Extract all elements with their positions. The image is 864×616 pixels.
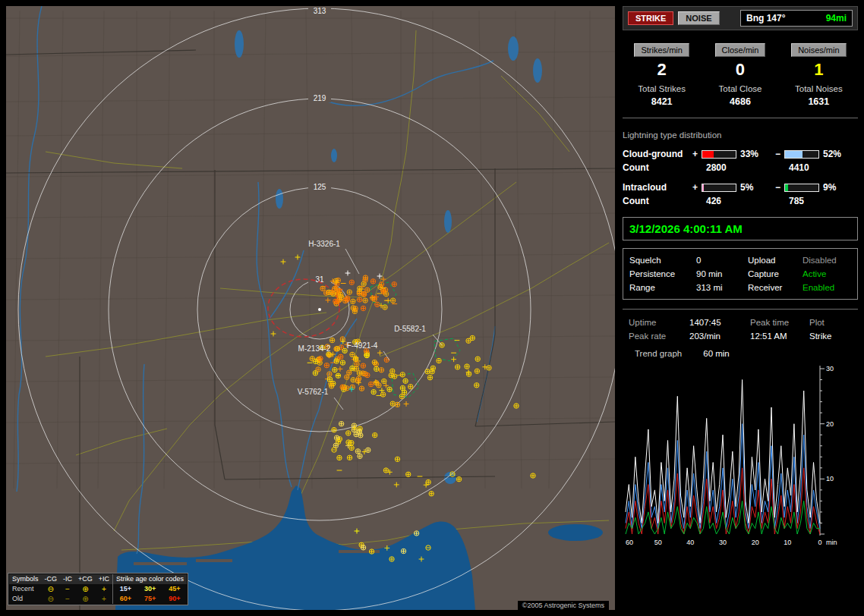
cg-count-row: Count 2800 4410 bbox=[623, 162, 858, 173]
total-strikes-value: 8421 bbox=[623, 96, 701, 107]
map-canvas[interactable]: 31321912531 H-3326-1D-5582-1M-2134-2F-49… bbox=[6, 6, 615, 610]
stats-row: Peak rate 203/min 12:51 AM Strike bbox=[629, 329, 852, 343]
uptime-stats-box: Uptime 1407:45 Peak time Plot Peak rate … bbox=[623, 309, 858, 360]
close-per-min-button[interactable]: Close/min bbox=[715, 43, 766, 57]
age-60: 60+ bbox=[113, 594, 138, 604]
trend-window-value: 60 min bbox=[703, 349, 730, 358]
cg-positive-pct: 33% bbox=[740, 149, 758, 159]
status-row: Squelch 0 Upload Disabled bbox=[629, 253, 851, 267]
coastal-bay bbox=[548, 524, 603, 541]
bearing-distance: 94mi bbox=[826, 13, 847, 24]
legend-col-pos-cg: +CG bbox=[75, 574, 96, 584]
cg-count-label: Count bbox=[623, 162, 692, 173]
noises-per-min-value: 1 bbox=[780, 61, 858, 78]
svg-text:219: 219 bbox=[314, 94, 326, 102]
persistence-label: Persistence bbox=[629, 269, 696, 278]
plot-value: Strike bbox=[809, 332, 852, 341]
svg-text:10: 10 bbox=[784, 539, 791, 546]
circle-plus-icon: ⊕ bbox=[75, 584, 96, 594]
receiver-status-box: Squelch 0 Upload Disabled Persistence 90… bbox=[623, 248, 858, 300]
peak-time-label: Peak time bbox=[750, 318, 809, 327]
svg-text:125: 125 bbox=[314, 183, 326, 191]
lightning-type-distribution: Lightning type distribution Cloud-ground… bbox=[623, 129, 858, 215]
ic-positive-bar bbox=[702, 184, 736, 192]
legend-row-old: Old bbox=[9, 594, 42, 604]
close-per-min-value: 0 bbox=[701, 61, 779, 78]
upload-label: Upload bbox=[748, 256, 803, 265]
cloud-ground-row: Cloud-ground + 33% − 52% bbox=[623, 149, 858, 159]
top-toolbar: STRIKE NOISE Bng 147° 94mi bbox=[623, 6, 858, 30]
svg-text:30: 30 bbox=[826, 365, 834, 372]
svg-text:F-4921-4: F-4921-4 bbox=[347, 341, 378, 350]
svg-text:20: 20 bbox=[752, 539, 759, 546]
totals: Total Strikes Total Close Total Noises 8… bbox=[623, 84, 858, 118]
noise-filter-button[interactable]: NOISE bbox=[678, 11, 719, 25]
legend-col-neg-ic: -IC bbox=[60, 574, 75, 584]
cg-positive-group: + 33% bbox=[692, 149, 775, 159]
peak-rate-value: 203/min bbox=[689, 332, 750, 341]
age-30: 30+ bbox=[138, 584, 162, 594]
svg-text:40: 40 bbox=[686, 539, 694, 546]
cg-negative-bar-fill bbox=[785, 151, 803, 158]
age-75: 75+ bbox=[138, 594, 162, 604]
uptime-value: 1407:45 bbox=[689, 318, 750, 327]
noises-per-min-button[interactable]: Noises/min bbox=[791, 43, 846, 57]
plot-label: Plot bbox=[809, 318, 852, 327]
range-label: Range bbox=[629, 283, 696, 292]
status-row: Range 313 mi Receiver Enabled bbox=[629, 281, 851, 294]
svg-text:M-2134-2: M-2134-2 bbox=[298, 344, 331, 353]
lightning-map-panel: 31321912531 H-3326-1D-5582-1M-2134-2F-49… bbox=[6, 6, 615, 610]
range-value: 313 mi bbox=[696, 283, 748, 292]
receiver-value: Enabled bbox=[803, 283, 851, 292]
ic-negative-bar bbox=[784, 184, 819, 192]
minus-icon: − bbox=[60, 584, 75, 594]
peak-time-value: 12:51 AM bbox=[750, 332, 809, 341]
ic-negative-count: 785 bbox=[775, 196, 858, 206]
ic-positive-count: 426 bbox=[692, 196, 775, 206]
age-15: 15+ bbox=[113, 584, 138, 594]
plus-icon: + bbox=[96, 584, 113, 594]
trend-graph: 1020306050403020100min bbox=[623, 363, 858, 551]
total-close-label: Total Close bbox=[701, 84, 779, 93]
minus-sign: − bbox=[775, 149, 780, 159]
distribution-title: Lightning type distribution bbox=[623, 129, 858, 146]
lightning-monitor-app: 31321912531 H-3326-1D-5582-1M-2134-2F-49… bbox=[0, 0, 864, 616]
intracloud-label: Intracloud bbox=[623, 182, 692, 193]
squelch-label: Squelch bbox=[629, 256, 696, 265]
cg-negative-group: − 52% bbox=[775, 149, 858, 159]
cg-positive-bar-fill bbox=[702, 151, 714, 158]
strikes-per-min-value: 2 bbox=[623, 61, 701, 78]
svg-text:313: 313 bbox=[314, 7, 326, 15]
total-noises-value: 1631 bbox=[780, 96, 858, 107]
map-legend: Symbols -CG -IC +CG +IC Strike age color… bbox=[8, 573, 188, 605]
ic-negative-group: − 9% bbox=[775, 182, 858, 193]
capture-value: Active bbox=[803, 269, 851, 278]
intracloud-row: Intracloud + 5% − 9% bbox=[623, 182, 858, 193]
legend-col-pos-ic: +IC bbox=[96, 574, 113, 584]
strikes-per-min-button[interactable]: Strikes/min bbox=[634, 43, 689, 57]
rate-counters: Strikes/min Close/min Noises/min 2 0 1 bbox=[623, 42, 858, 78]
squelch-value: 0 bbox=[696, 256, 748, 265]
svg-text:min: min bbox=[826, 539, 837, 546]
strike-filter-button[interactable]: STRIKE bbox=[628, 11, 673, 25]
ic-negative-pct: 9% bbox=[823, 182, 836, 193]
status-side-panel: STRIKE NOISE Bng 147° 94mi Strikes/min C… bbox=[623, 6, 858, 610]
legend-age-header: Strike age color codes bbox=[113, 574, 188, 584]
plus-sign: + bbox=[692, 149, 698, 159]
circle-minus-icon: ⊖ bbox=[42, 584, 61, 594]
legend-col-neg-cg: -CG bbox=[42, 574, 61, 584]
cloud-ground-label: Cloud-ground bbox=[623, 149, 692, 159]
ic-negative-bar-fill bbox=[785, 184, 788, 191]
svg-text:30: 30 bbox=[719, 539, 727, 546]
ic-positive-group: + 5% bbox=[692, 182, 775, 193]
ic-count-row: Count 426 785 bbox=[623, 196, 858, 206]
bearing-readout: Bng 147° 94mi bbox=[740, 10, 853, 27]
legend-symbols-header: Symbols bbox=[9, 574, 42, 584]
datetime-display: 3/12/2026 4:00:11 AM bbox=[623, 217, 858, 240]
peak-rate-label: Peak rate bbox=[629, 332, 689, 341]
copyright-notice: ©2005 Astrogenic Systems bbox=[518, 601, 609, 610]
svg-text:60: 60 bbox=[626, 539, 633, 546]
cg-negative-pct: 52% bbox=[823, 149, 841, 159]
total-noises-label: Total Noises bbox=[780, 84, 858, 93]
cg-positive-bar bbox=[702, 150, 736, 159]
